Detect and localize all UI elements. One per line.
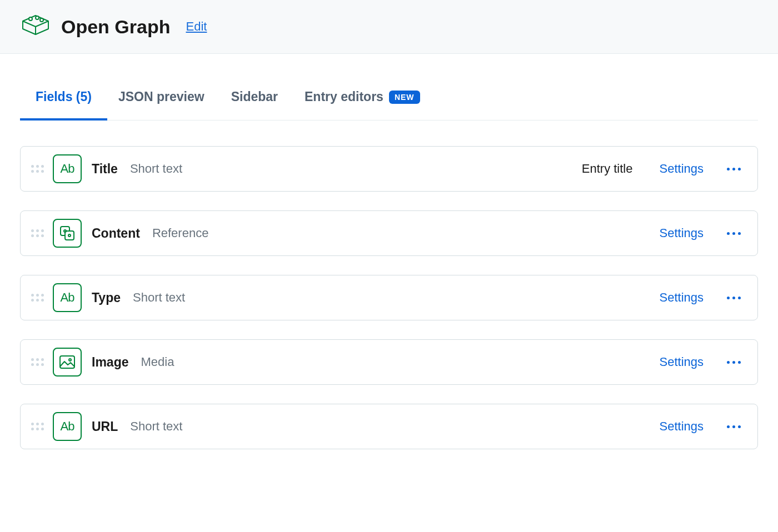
tab-json-preview[interactable]: JSON preview bbox=[118, 74, 205, 120]
settings-link[interactable]: Settings bbox=[660, 355, 704, 369]
drag-handle-icon[interactable] bbox=[29, 358, 45, 366]
field-type: Reference bbox=[152, 226, 209, 240]
field-name: URL bbox=[92, 419, 118, 434]
more-actions-icon[interactable] bbox=[724, 229, 744, 238]
more-actions-icon[interactable] bbox=[724, 422, 744, 431]
field-name: Title bbox=[92, 162, 118, 177]
drag-handle-icon[interactable] bbox=[29, 294, 45, 302]
entry-title-label: Entry title bbox=[582, 162, 633, 176]
settings-link[interactable]: Settings bbox=[660, 162, 704, 176]
settings-link[interactable]: Settings bbox=[660, 226, 704, 240]
field-name: Content bbox=[92, 226, 140, 241]
svg-point-10 bbox=[69, 359, 71, 361]
media-icon bbox=[53, 348, 82, 377]
tab-label: Entry editors bbox=[305, 89, 383, 104]
more-actions-icon[interactable] bbox=[724, 164, 744, 174]
short-text-icon: Ab bbox=[53, 283, 82, 312]
new-badge: NEW bbox=[389, 91, 420, 104]
more-actions-icon[interactable] bbox=[724, 358, 744, 367]
field-type: Media bbox=[141, 355, 174, 369]
content-type-icon bbox=[20, 11, 51, 42]
svg-point-2 bbox=[29, 17, 32, 21]
field-row[interactable]: Content Reference Settings bbox=[20, 210, 758, 256]
drag-handle-icon[interactable] bbox=[29, 165, 45, 173]
more-actions-icon[interactable] bbox=[724, 293, 744, 303]
reference-icon bbox=[53, 219, 82, 248]
tab-sidebar[interactable]: Sidebar bbox=[231, 74, 278, 120]
svg-point-4 bbox=[40, 18, 43, 22]
field-row[interactable]: Ab URL Short text Settings bbox=[20, 404, 758, 449]
field-row[interactable]: Ab Type Short text Settings bbox=[20, 275, 758, 320]
tab-label: JSON preview bbox=[118, 89, 205, 104]
field-type: Short text bbox=[133, 290, 185, 305]
fields-list: Ab Title Short text Entry title Settings bbox=[20, 146, 758, 449]
tab-label: Fields (5) bbox=[36, 89, 92, 104]
tab-entry-editors[interactable]: Entry editors NEW bbox=[305, 74, 420, 120]
settings-link[interactable]: Settings bbox=[660, 419, 704, 434]
svg-rect-6 bbox=[65, 231, 74, 240]
tabs: Fields (5) JSON preview Sidebar Entry ed… bbox=[20, 74, 758, 121]
short-text-icon: Ab bbox=[53, 412, 82, 441]
field-type: Short text bbox=[130, 419, 182, 434]
edit-link[interactable]: Edit bbox=[186, 19, 207, 34]
drag-handle-icon[interactable] bbox=[29, 423, 45, 430]
page-title: Open Graph bbox=[61, 16, 170, 38]
field-row[interactable]: Image Media Settings bbox=[20, 339, 758, 385]
tab-fields[interactable]: Fields (5) bbox=[36, 74, 92, 120]
field-row[interactable]: Ab Title Short text Entry title Settings bbox=[20, 146, 758, 192]
short-text-icon: Ab bbox=[53, 154, 82, 183]
page-header: Open Graph Edit bbox=[0, 0, 778, 54]
drag-handle-icon[interactable] bbox=[29, 229, 45, 237]
field-name: Type bbox=[92, 290, 121, 305]
field-name: Image bbox=[92, 355, 128, 370]
field-type: Short text bbox=[130, 162, 182, 176]
tab-label: Sidebar bbox=[231, 89, 278, 104]
svg-point-3 bbox=[36, 16, 39, 19]
settings-link[interactable]: Settings bbox=[660, 290, 704, 305]
svg-rect-9 bbox=[60, 356, 74, 368]
